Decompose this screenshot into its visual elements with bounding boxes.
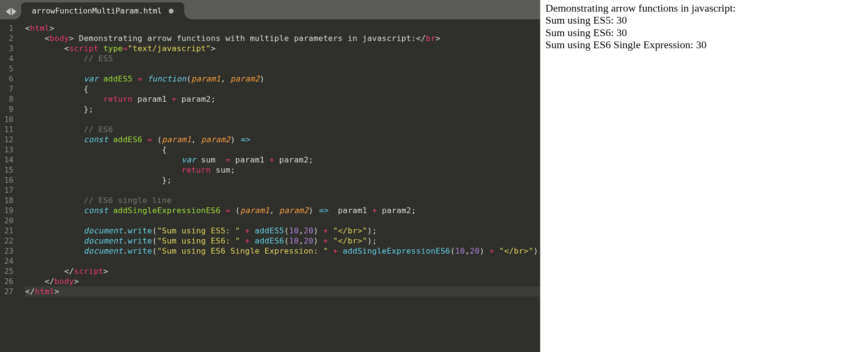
code-line[interactable]: }; <box>25 175 540 185</box>
line-number: 27 <box>3 286 14 297</box>
code-line[interactable] <box>25 216 540 226</box>
line-number: 21 <box>3 226 14 236</box>
browser-preview-pane: Demonstrating arrow functions in javascr… <box>540 0 868 352</box>
line-number: 9 <box>3 104 14 114</box>
code-line[interactable]: }; <box>25 104 540 114</box>
code-line[interactable]: document.write("Sum using ES5: " + addES… <box>25 226 540 236</box>
line-number: 2 <box>3 33 14 43</box>
code-line[interactable] <box>25 114 540 124</box>
code-line[interactable]: return sum; <box>25 165 540 175</box>
line-number: 6 <box>3 74 14 84</box>
line-number: 13 <box>3 145 14 155</box>
code-line[interactable]: </html> <box>25 286 540 297</box>
line-number: 8 <box>3 94 14 104</box>
code-line[interactable] <box>25 64 540 74</box>
code-line[interactable]: // ES6 <box>25 124 540 135</box>
code-line[interactable]: const addES6 = (param1, param2) => <box>25 135 540 145</box>
nav-back-icon[interactable] <box>6 8 11 15</box>
line-number: 26 <box>3 276 14 286</box>
code-line[interactable]: document.write("Sum using ES6: " + addES… <box>25 236 540 246</box>
code-line[interactable]: return param1 + param2; <box>25 94 540 104</box>
line-number: 14 <box>3 155 14 165</box>
preview-line: Sum using ES6: 30 <box>545 27 863 39</box>
code-line[interactable]: // ES6 single line <box>25 195 540 205</box>
line-number: 18 <box>3 195 14 205</box>
tab-filename: arrowFunctionMultiParam.html <box>32 6 162 15</box>
line-number: 23 <box>3 246 14 256</box>
line-number: 7 <box>3 84 14 94</box>
line-number: 3 <box>3 43 14 54</box>
line-number: 20 <box>3 216 14 226</box>
code-line[interactable] <box>25 185 540 195</box>
line-number: 17 <box>3 185 14 195</box>
line-number: 4 <box>3 54 14 64</box>
line-number: 16 <box>3 175 14 185</box>
editor-body: 1234567891011121314151617181920212223242… <box>0 19 540 352</box>
line-number: 12 <box>3 135 14 145</box>
code-line[interactable]: <script type="text/javascript"> <box>25 43 540 54</box>
code-line[interactable]: </body> <box>25 276 540 286</box>
editor-pane: arrowFunctionMultiParam.html 12345678910… <box>0 0 540 352</box>
file-tab[interactable]: arrowFunctionMultiParam.html <box>21 2 184 19</box>
line-number: 15 <box>3 165 14 175</box>
code-line[interactable]: <body> Demonstrating arrow functions wit… <box>25 33 540 43</box>
code-line[interactable]: var addES5 = function(param1, param2) <box>25 74 540 84</box>
line-number: 10 <box>3 114 14 124</box>
modified-indicator-icon <box>169 9 174 14</box>
line-number: 19 <box>3 205 14 216</box>
code-line[interactable]: var sum = param1 + param2; <box>25 155 540 165</box>
tab-bar: arrowFunctionMultiParam.html <box>0 0 540 19</box>
code-line[interactable] <box>25 256 540 266</box>
line-number: 22 <box>3 236 14 246</box>
preview-line: Sum using ES6 Single Expression: 30 <box>545 39 863 51</box>
preview-line: Demonstrating arrow functions in javascr… <box>545 2 863 14</box>
code-line[interactable]: // ES5 <box>25 54 540 64</box>
preview-line: Sum using ES5: 30 <box>545 14 863 26</box>
code-line[interactable]: { <box>25 145 540 155</box>
line-number: 5 <box>3 64 14 74</box>
code-line[interactable]: { <box>25 84 540 94</box>
line-number: 1 <box>3 23 14 33</box>
line-number: 24 <box>3 256 14 266</box>
line-number: 25 <box>3 266 14 276</box>
line-number-gutter: 1234567891011121314151617181920212223242… <box>0 19 18 352</box>
line-number: 11 <box>3 124 14 135</box>
code-line[interactable]: <html> <box>25 23 540 33</box>
code-line[interactable]: </script> <box>25 266 540 276</box>
code-area[interactable]: <html> <body> Demonstrating arrow functi… <box>18 19 540 352</box>
code-line[interactable]: document.write("Sum using ES6 Single Exp… <box>25 246 540 256</box>
code-line[interactable]: const addSingleExpressionES6 = (param1, … <box>25 205 540 216</box>
